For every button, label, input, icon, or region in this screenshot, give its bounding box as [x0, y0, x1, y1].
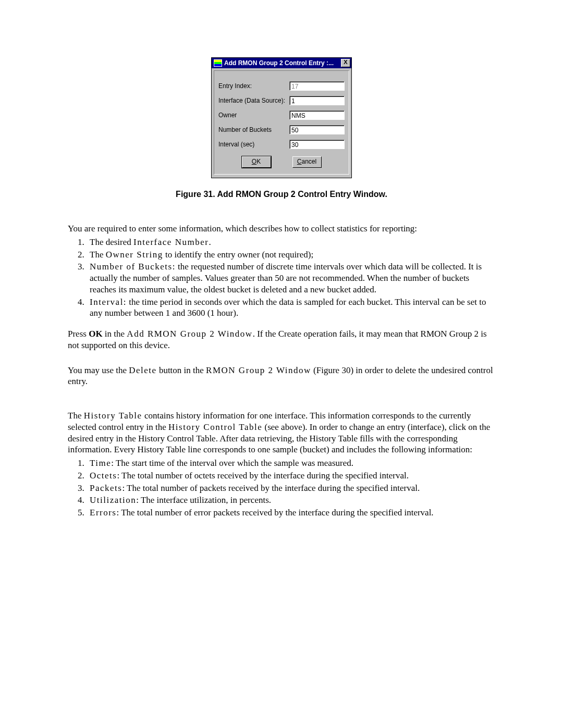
row-entry-index: Entry Index: 17 [218, 81, 345, 91]
history-fields-list: Time: The start time of the interval ove… [68, 458, 495, 519]
label-interval: Interval (sec) [218, 141, 289, 148]
row-interface: Interface (Data Source): 1 [218, 96, 345, 105]
history-paragraph: The History Table contains history infor… [68, 410, 495, 455]
list-item: Interval: the time period in seconds ove… [87, 297, 495, 319]
label-buckets: Number of Buckets [218, 126, 289, 133]
input-interval[interactable]: 30 [289, 140, 345, 149]
list-item: Packets: The total number of packets rec… [87, 483, 495, 494]
document-page: Add RMON Group 2 Control Entry :... X En… [0, 0, 563, 570]
list-item: The Owner String to identify the entry o… [87, 249, 495, 261]
button-row: OK Cancel [218, 156, 345, 168]
list-item: Utilization: The interface utilization, … [87, 495, 495, 506]
titlebar-text: Add RMON Group 2 Control Entry :... [224, 59, 339, 67]
list-item: Time: The start time of the interval ove… [87, 458, 495, 469]
figure-caption: Figure 31. Add RMON Group 2 Control Entr… [68, 190, 495, 199]
list-item: The desired Interface Number. [87, 237, 495, 248]
input-entry-index: 17 [289, 81, 345, 91]
row-owner: Owner NMS [218, 110, 345, 120]
label-entry-index: Entry Index: [218, 82, 289, 90]
input-interface[interactable]: 1 [289, 96, 345, 105]
close-icon[interactable]: X [341, 59, 350, 67]
dialog-body: Entry Index: 17 Interface (Data Source):… [212, 68, 351, 178]
list-item: Octets: The total number of octets recei… [87, 470, 495, 482]
input-buckets[interactable]: 50 [289, 125, 345, 134]
label-interface: Interface (Data Source): [218, 97, 289, 104]
app-icon [214, 59, 222, 67]
row-buckets: Number of Buckets 50 [218, 125, 345, 134]
cancel-button[interactable]: Cancel [292, 156, 322, 168]
titlebar: Add RMON Group 2 Control Entry :... X [212, 58, 351, 68]
press-ok-paragraph: Press OK in the Add RMON Group 2 Window.… [68, 328, 495, 351]
label-owner: Owner [218, 112, 289, 119]
intro-paragraph: You are required to enter some informati… [68, 223, 495, 235]
requirements-list: The desired Interface Number. The Owner … [68, 237, 495, 319]
ok-button[interactable]: OK [242, 156, 271, 168]
delete-paragraph: You may use the Delete button in the RMO… [68, 365, 495, 388]
input-owner[interactable]: NMS [289, 110, 345, 120]
row-interval: Interval (sec) 30 [218, 140, 345, 149]
list-item: Errors: The total number of error packet… [87, 507, 495, 519]
field-group: Entry Index: 17 Interface (Data Source):… [214, 70, 349, 175]
list-item: Number of Buckets: the requested number … [87, 261, 495, 295]
rmon-dialog: Add RMON Group 2 Control Entry :... X En… [211, 57, 352, 178]
